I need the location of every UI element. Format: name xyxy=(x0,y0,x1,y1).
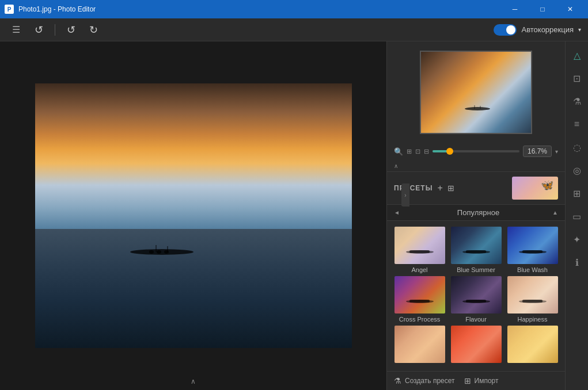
svg-point-3 xyxy=(149,250,154,254)
window-title: Photo1.jpg - Photo Editor xyxy=(18,5,497,13)
sidebar-grid-icon[interactable]: ⊞ xyxy=(568,184,586,202)
svg-point-6 xyxy=(465,107,490,110)
presets-section-header[interactable]: ◄ Популярное ▲ xyxy=(387,205,565,221)
titlebar: P Photo1.jpg - Photo Editor ─ □ ✕ xyxy=(0,0,588,18)
sidebar-selection-icon[interactable]: ◌ xyxy=(568,138,586,156)
preset-item-row3c[interactable] xyxy=(504,324,560,366)
preset-name-cross-process: Cross Process xyxy=(399,316,441,323)
canvas-image xyxy=(35,83,352,348)
redo-button[interactable]: ↻ xyxy=(85,21,103,39)
presets-decorative-image xyxy=(512,177,558,200)
autocorrect-arrow[interactable]: ▾ xyxy=(578,26,581,33)
preset-thumb-row3b[interactable] xyxy=(451,326,502,363)
presets-add-button[interactable]: + xyxy=(437,183,442,193)
app-icon: P xyxy=(5,5,14,14)
import-icon: ⊞ xyxy=(464,376,471,385)
sidebar-histogram-icon[interactable]: △ xyxy=(568,46,586,64)
preset-item-happiness[interactable]: Happiness xyxy=(504,275,560,324)
section-scroll-arrow[interactable]: ▲ xyxy=(552,209,558,216)
svg-point-5 xyxy=(164,250,169,254)
preset-item-row3b[interactable] xyxy=(448,324,504,366)
canvas-expand-arrow[interactable]: ∧ xyxy=(191,377,196,385)
preset-thumb-flavour[interactable] xyxy=(451,276,502,313)
preview-image xyxy=(420,51,532,134)
presets-toolbar: ПРЕСЕТЫ + ⊞ xyxy=(387,172,565,205)
preview-area xyxy=(387,41,565,143)
section-collapse-arrow[interactable]: ◄ xyxy=(394,209,400,216)
zoom-fit2-icon[interactable]: ⊡ xyxy=(415,148,420,155)
right-panel: 🔍 ⊞ ⊡ ⊟ 16.7% ▾ ∧ ПРЕСЕТЫ + ⊞ ◄ Популярн… xyxy=(386,41,565,390)
zoom-slider-thumb[interactable] xyxy=(446,148,453,155)
close-button[interactable]: ✕ xyxy=(557,0,583,18)
preset-thumb-row3c[interactable] xyxy=(507,326,558,363)
preset-item-cross-process[interactable]: Cross Process xyxy=(392,275,447,324)
preset-name-happiness: Happiness xyxy=(518,316,548,323)
preset-thumb-blue-summer[interactable] xyxy=(451,227,502,264)
preset-item-angel[interactable]: Angel xyxy=(392,225,447,274)
sidebar-portrait-icon[interactable]: ▭ xyxy=(568,207,586,225)
presets-grid-button[interactable]: ⊞ xyxy=(447,183,454,193)
preset-thumb-row3a[interactable] xyxy=(394,326,445,363)
presets-label: ПРЕСЕТЫ xyxy=(394,184,433,192)
import-label: Импорт xyxy=(475,377,499,385)
preset-thumb-cross-process[interactable] xyxy=(394,276,445,313)
undo-button[interactable]: ↺ xyxy=(30,21,48,39)
sidebar-info-icon[interactable]: ℹ xyxy=(568,253,586,272)
svg-point-12 xyxy=(406,300,434,303)
sky-layer xyxy=(35,83,352,229)
right-sidebar: △ ⊡ ⚗ ≡ ◌ ◎ ⊞ ▭ ✦ ℹ xyxy=(565,41,588,390)
create-preset-button[interactable]: ⚗ Создать пресет xyxy=(394,376,455,385)
svg-point-9 xyxy=(406,250,434,254)
create-preset-label: Создать пресет xyxy=(405,377,455,385)
preset-item-row3a[interactable] xyxy=(392,324,447,366)
zoom-slider[interactable] xyxy=(433,150,519,152)
maximize-button[interactable]: □ xyxy=(529,0,556,18)
zoom-bar: 🔍 ⊞ ⊡ ⊟ 16.7% ▾ xyxy=(387,143,565,159)
section-title: Популярное xyxy=(404,208,552,217)
preset-grid: Angel Blue Summer Blue Wash Cross Proces… xyxy=(387,221,565,371)
zoom-dropdown-arrow[interactable]: ▾ xyxy=(555,148,558,155)
toolbar-separator xyxy=(55,24,55,36)
preset-thumb-happiness[interactable] xyxy=(507,276,558,313)
autocorrect-label: Автокоррекция xyxy=(521,25,574,34)
sidebar-flask-icon[interactable]: ⚗ xyxy=(568,92,586,110)
fit-icon[interactable]: ⊞ xyxy=(407,148,412,155)
svg-point-0 xyxy=(130,249,194,255)
preset-thumb-angel[interactable] xyxy=(394,227,445,264)
autocorrect-switch[interactable] xyxy=(494,24,517,36)
presets-header: ∧ xyxy=(387,159,565,172)
svg-point-4 xyxy=(157,250,161,254)
preset-thumb-blue-wash[interactable] xyxy=(507,227,558,264)
autocorrect-toggle[interactable]: Автокоррекция ▾ xyxy=(494,24,581,36)
main-layout: ∧ 🔍 ⊞ ⊡ ⊟ 16.7% ▾ xyxy=(0,41,588,390)
sidebar-sliders-icon[interactable]: ≡ xyxy=(568,115,586,133)
preset-name-flavour: Flavour xyxy=(465,316,487,323)
zoom-fit3-icon[interactable]: ⊟ xyxy=(424,148,429,155)
svg-point-11 xyxy=(519,250,547,254)
collapse-arrow-top[interactable]: ∧ xyxy=(394,163,398,169)
undo2-button[interactable]: ↺ xyxy=(62,21,80,39)
sidebar-stamp-icon[interactable]: ✦ xyxy=(568,230,586,248)
preset-name-angel: Angel xyxy=(411,266,427,273)
preset-item-blue-summer[interactable]: Blue Summer xyxy=(448,225,504,274)
preview-boat xyxy=(463,105,492,110)
panel-expand-handle[interactable]: › xyxy=(401,183,409,207)
import-button[interactable]: ⊞ Импорт xyxy=(464,376,499,385)
sidebar-crop-icon[interactable]: ⊡ xyxy=(568,69,586,87)
preset-name-blue-summer: Blue Summer xyxy=(457,266,495,273)
svg-point-10 xyxy=(462,250,490,254)
preset-name-blue-wash: Blue Wash xyxy=(517,266,548,273)
preset-item-blue-wash[interactable]: Blue Wash xyxy=(504,225,560,274)
zoom-value[interactable]: 16.7% xyxy=(523,146,552,157)
menu-icon[interactable]: ☰ xyxy=(7,21,25,39)
sidebar-redeye-icon[interactable]: ◎ xyxy=(568,161,586,179)
preset-item-flavour[interactable]: Flavour xyxy=(448,275,504,324)
zoom-icon[interactable]: 🔍 xyxy=(394,147,403,156)
svg-point-14 xyxy=(519,300,547,303)
boat-silhouette xyxy=(127,244,196,255)
bottom-actions: ⚗ Создать пресет ⊞ Импорт xyxy=(387,371,565,390)
svg-point-13 xyxy=(462,300,490,303)
canvas-area: ∧ xyxy=(0,41,386,390)
create-preset-icon: ⚗ xyxy=(394,376,401,385)
minimize-button[interactable]: ─ xyxy=(502,0,528,18)
